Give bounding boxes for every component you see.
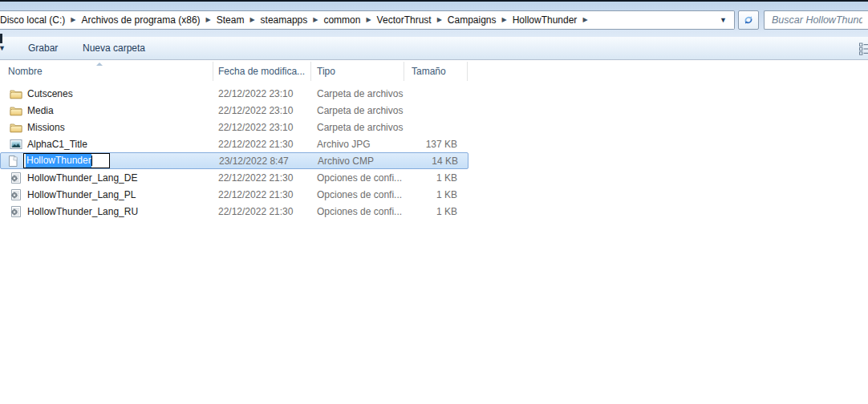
config-file-icon xyxy=(10,172,22,184)
breadcrumb-item-archivos-de-programa[interactable]: Archivos de programa (x86) xyxy=(77,12,205,28)
folder-icon xyxy=(10,121,22,134)
breadcrumb-item-hollowthunder[interactable]: HollowThunder xyxy=(508,12,582,28)
file-name-label: HollowThunder_Lang_DE xyxy=(27,172,137,184)
file-name: AlphaC1_Title xyxy=(0,138,213,151)
file-type: Carpeta de archivos xyxy=(311,105,404,116)
file-row-cutscenes[interactable]: Cutscenes 22/12/2022 23:10 Carpeta de ar… xyxy=(0,85,468,102)
file-rows: Cutscenes 22/12/2022 23:10 Carpeta de ar… xyxy=(0,85,868,220)
file-name: HollowThunder xyxy=(1,153,214,168)
change-view-icon[interactable] xyxy=(859,42,868,55)
file-name-label: HollowThunder_Lang_RU xyxy=(27,206,138,217)
file-name-label: AlphaC1_Title xyxy=(27,139,87,150)
text-caret xyxy=(91,156,92,166)
address-history-dropdown-icon[interactable]: ▼ xyxy=(712,16,734,24)
file-name-label: Media xyxy=(27,105,54,116)
rename-input[interactable]: HollowThunder xyxy=(23,153,110,168)
file-type: Archivo JPG xyxy=(311,139,404,150)
file-name-label: Cutscenes xyxy=(27,88,73,99)
burn-button[interactable]: Grabar xyxy=(28,42,58,54)
file-name: HollowThunder_Lang_PL xyxy=(0,188,213,201)
file-name-label: Missions xyxy=(27,122,65,133)
file-date: 22/12/2022 23:10 xyxy=(213,122,311,133)
breadcrumb: Disco local (C:) ▶ Archivos de programa … xyxy=(0,12,712,28)
breadcrumb-item-steam[interactable]: Steam xyxy=(212,12,249,28)
chevron-right-icon[interactable]: ▶ xyxy=(582,17,588,23)
folder-icon xyxy=(10,104,22,117)
file-size: 1 KB xyxy=(404,189,468,200)
file-icon xyxy=(6,155,19,168)
toolbar: ▼ Grabar Nueva carpeta xyxy=(0,37,868,60)
file-size: 14 KB xyxy=(405,156,468,167)
chevron-right-icon[interactable]: ▶ xyxy=(312,17,318,23)
file-date: 23/12/2022 8:47 xyxy=(214,156,312,167)
file-name: Missions xyxy=(0,121,213,134)
file-name: HollowThunder_Lang_DE xyxy=(0,172,213,184)
column-header-size[interactable]: Tamaño xyxy=(404,62,468,81)
chevron-right-icon[interactable]: ▶ xyxy=(70,17,76,23)
search-box xyxy=(764,10,868,30)
config-file-icon xyxy=(10,205,22,218)
file-type: Carpeta de archivos xyxy=(311,122,404,133)
refresh-button[interactable] xyxy=(738,10,759,30)
file-row-hollowthunder-lang-pl[interactable]: HollowThunder_Lang_PL 22/12/2022 21:30 O… xyxy=(0,186,468,203)
file-type: Opciones de confi... xyxy=(311,172,404,184)
file-date: 22/12/2022 21:30 xyxy=(213,189,311,200)
file-date: 22/12/2022 21:30 xyxy=(213,139,311,150)
file-row-hollowthunder-lang-ru[interactable]: HollowThunder_Lang_RU 22/12/2022 21:30 O… xyxy=(0,203,468,220)
window-left-edge-fragment xyxy=(0,34,2,43)
refresh-icon xyxy=(742,14,755,26)
breadcrumb-item-common[interactable]: common xyxy=(318,12,365,28)
chevron-right-icon[interactable]: ▶ xyxy=(365,17,371,23)
file-row-alphac1-title[interactable]: AlphaC1_Title 22/12/2022 21:30 Archivo J… xyxy=(0,135,468,152)
file-date: 22/12/2022 21:30 xyxy=(213,172,311,184)
address-bar[interactable]: Disco local (C:) ▶ Archivos de programa … xyxy=(0,10,735,30)
column-header-date[interactable]: Fecha de modifica... xyxy=(213,62,311,81)
file-row-media[interactable]: Media 22/12/2022 23:10 Carpeta de archiv… xyxy=(0,102,468,119)
file-list: Nombre Fecha de modifica... Tipo Tamaño … xyxy=(0,62,868,220)
breadcrumb-item-steamapps[interactable]: steamapps xyxy=(256,12,313,28)
search-input[interactable] xyxy=(765,11,868,29)
column-header-name[interactable]: Nombre xyxy=(0,62,213,81)
address-band: Disco local (C:) ▶ Archivos de programa … xyxy=(0,2,868,37)
file-row-hollowthunder-selected[interactable]: HollowThunder 23/12/2022 8:47 Archivo CM… xyxy=(0,152,468,169)
file-type: Opciones de confi... xyxy=(311,189,404,200)
explorer-window: Disco local (C:) ▶ Archivos de programa … xyxy=(0,0,868,404)
chevron-right-icon[interactable]: ▶ xyxy=(249,17,255,23)
file-size: 1 KB xyxy=(404,172,468,184)
column-header-type[interactable]: Tipo xyxy=(311,62,404,81)
file-type: Archivo CMP xyxy=(312,156,405,167)
file-date: 22/12/2022 21:30 xyxy=(213,206,311,217)
file-date: 22/12/2022 23:10 xyxy=(213,105,311,116)
chevron-right-icon[interactable]: ▶ xyxy=(501,17,508,23)
breadcrumb-item-campaigns[interactable]: Campaigns xyxy=(443,12,501,28)
file-row-missions[interactable]: Missions 22/12/2022 23:10 Carpeta de arc… xyxy=(0,119,468,135)
chevron-right-icon[interactable]: ▶ xyxy=(436,17,443,23)
file-row-hollowthunder-lang-de[interactable]: HollowThunder_Lang_DE 22/12/2022 21:30 O… xyxy=(0,169,468,186)
file-name: Media xyxy=(0,104,213,117)
file-type: Carpeta de archivos xyxy=(311,88,404,99)
new-folder-button[interactable]: Nueva carpeta xyxy=(83,42,145,54)
file-type: Opciones de confi... xyxy=(311,206,404,217)
folder-icon xyxy=(10,87,22,100)
file-date: 22/12/2022 23:10 xyxy=(213,88,311,99)
file-size: 1 KB xyxy=(404,206,468,217)
chevron-right-icon[interactable]: ▶ xyxy=(205,17,212,23)
config-file-icon xyxy=(10,188,22,201)
file-name: HollowThunder_Lang_RU xyxy=(0,205,213,218)
image-file-icon xyxy=(10,138,22,151)
file-size: 137 KB xyxy=(404,139,468,150)
partial-dropdown-arrow-icon[interactable]: ▼ xyxy=(0,44,6,52)
breadcrumb-item-disco-local[interactable]: Disco local (C:) xyxy=(0,12,70,28)
file-name: Cutscenes xyxy=(0,87,213,100)
file-name-label: HollowThunder_Lang_PL xyxy=(27,189,136,200)
column-headers: Nombre Fecha de modifica... Tipo Tamaño xyxy=(0,62,868,81)
sort-ascending-icon xyxy=(96,63,103,66)
rename-selected-text: HollowThunder xyxy=(26,154,91,168)
breadcrumb-item-vectorthrust[interactable]: VectorThrust xyxy=(372,12,436,28)
